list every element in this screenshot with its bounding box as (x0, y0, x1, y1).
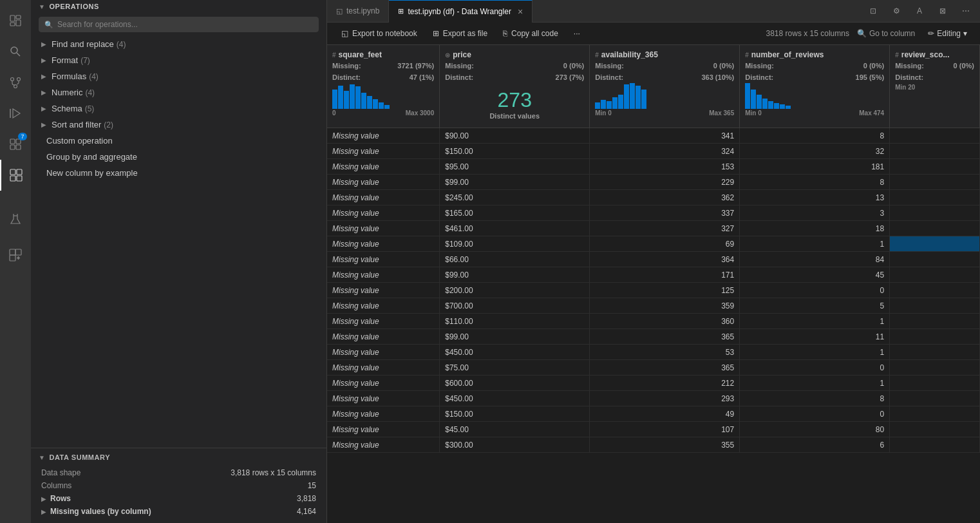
copy-code-btn[interactable]: ⎘ Copy all code (496, 26, 565, 41)
table-cell: 212 (590, 376, 740, 391)
svg-line-5 (17, 53, 20, 56)
data-grid-container[interactable]: # square_feet Missing: 3721 (97%) Distin… (327, 45, 980, 523)
price-distinct-display: 273 Distinct values (445, 83, 584, 125)
table-row: Missing value$75.003650 (327, 360, 980, 376)
activity-bar-run[interactable] (0, 98, 31, 129)
activity-bar-search[interactable] (0, 36, 31, 67)
col-header-price[interactable]: ⊛ price Missing: 0 (0%) Distinct: (440, 45, 590, 128)
svg-rect-13 (10, 139, 15, 144)
rscore-missing-val: 0 (0%) (954, 61, 974, 72)
search-input[interactable] (57, 20, 313, 29)
activity-bar-new-data[interactable] (0, 240, 31, 271)
table-cell: 8 (740, 391, 890, 406)
columns-row: Columns 15 (31, 479, 326, 492)
activity-bar-source-control[interactable] (0, 67, 31, 98)
table-cell: $99.00 (440, 267, 590, 283)
table-row: Missing value$66.0036484 (327, 252, 980, 267)
op-group-schema[interactable]: ▶ Schema (5) (31, 100, 326, 117)
missing-values-expandable[interactable]: ▶ Missing values (by column) 4,164 (31, 505, 326, 518)
table-cell (890, 144, 980, 159)
activity-bar: 7 (0, 0, 31, 523)
reviews-min: Min 0 (745, 109, 762, 117)
data-summary-header[interactable]: ▼ DATA SUMMARY (31, 448, 326, 466)
tab-action-btn-1[interactable]: ⊡ (864, 2, 882, 20)
reviews-type-icon: # (745, 52, 749, 59)
chart-bar (768, 101, 773, 109)
op-group-formulas[interactable]: ▶ Formulas (4) (31, 68, 326, 84)
table-cell: $200.00 (440, 283, 590, 298)
table-cell: $99.00 (440, 175, 590, 190)
square-feet-max: Max 3000 (406, 109, 434, 117)
tab-action-btn-3[interactable]: A (910, 2, 928, 20)
svg-rect-2 (16, 20, 21, 26)
find-replace-count: (4) (117, 40, 126, 49)
square-feet-missing-label: Missing: (332, 61, 361, 72)
more-btn[interactable]: ··· (567, 26, 587, 41)
op-custom-operation[interactable]: Custom operation (31, 133, 326, 149)
square-feet-distinct-label: Distinct: (332, 72, 361, 84)
formulas-chevron: ▶ (41, 73, 46, 80)
table-row: Missing value$245.0036213 (327, 190, 980, 205)
svg-point-6 (11, 78, 14, 81)
col-header-num-reviews[interactable]: # number_of_reviews Missing: 0 (0%) Dist… (740, 45, 890, 128)
chart-bar (361, 93, 366, 109)
table-cell: $110.00 (440, 314, 590, 329)
table-cell: 5 (740, 298, 890, 314)
table-cell: Missing value (327, 159, 440, 175)
op-group-by-agg[interactable]: Group by and aggregate (31, 149, 326, 165)
missing-chevron: ▶ (41, 508, 46, 515)
data-summary-chevron: ▼ (39, 454, 45, 461)
operations-section-header[interactable]: ▼ OPERATIONS (31, 0, 326, 13)
export-notebook-btn[interactable]: ◱ Export to notebook (335, 26, 424, 41)
price-distinct-number: 273 (498, 88, 532, 112)
tab-action-btn-2[interactable]: ⚙ (887, 2, 905, 20)
tab-action-btn-5[interactable]: ⋯ (957, 2, 975, 20)
activity-bar-extensions[interactable]: 7 (0, 129, 31, 160)
table-cell: Missing value (327, 128, 440, 144)
table-cell: Missing value (327, 283, 440, 298)
export-file-btn[interactable]: ⊞ Export as file (426, 26, 494, 41)
col-header-square-feet[interactable]: # square_feet Missing: 3721 (97%) Distin… (327, 45, 440, 128)
col-header-availability[interactable]: # availability_365 Missing: 0 (0%) Disti… (590, 45, 740, 128)
table-cell: $75.00 (440, 360, 590, 376)
table-cell: 0 (740, 283, 890, 298)
find-replace-chevron: ▶ (41, 41, 46, 48)
tab-test-ipynb[interactable]: ◱ test.ipynb (327, 0, 389, 23)
table-row: Missing value$150.00490 (327, 406, 980, 422)
op-group-format[interactable]: ▶ Format (7) (31, 52, 326, 68)
tab-df-close[interactable]: × (518, 6, 523, 17)
chart-bar (757, 95, 762, 109)
table-cell (890, 422, 980, 437)
table-cell: 13 (740, 190, 890, 205)
op-group-sort-filter[interactable]: ▶ Sort and filter (2) (31, 117, 326, 133)
price-type-icon: ⊛ (445, 52, 450, 59)
price-missing-val: 0 (0%) (563, 61, 584, 72)
chart-bar (641, 90, 646, 109)
table-cell: Missing value (327, 144, 440, 159)
rows-expandable[interactable]: ▶ Rows 3,818 (31, 492, 326, 505)
table-row: Missing value$99.0036511 (327, 329, 980, 345)
reviews-missing-label: Missing: (745, 61, 774, 72)
table-cell (890, 360, 980, 376)
go-to-column-btn[interactable]: 🔍 Go to column (857, 29, 915, 38)
svg-line-10 (17, 83, 19, 84)
table-cell: $90.00 (440, 128, 590, 144)
op-new-column[interactable]: New column by example (31, 165, 326, 181)
editing-btn[interactable]: ✏ Editing ▾ (923, 26, 972, 41)
activity-bar-explorer[interactable] (0, 5, 31, 36)
activity-bar-data-wrangler[interactable] (0, 160, 31, 191)
tab-action-btn-4[interactable]: ⊠ (934, 2, 952, 20)
chart-bar (636, 86, 641, 109)
op-group-find-replace[interactable]: ▶ Find and replace (4) (31, 36, 326, 52)
table-row: Missing value$700.003595 (327, 298, 980, 314)
activity-bar-test[interactable] (0, 204, 31, 234)
table-cell: 359 (590, 298, 740, 314)
op-group-numeric[interactable]: ▶ Numeric (4) (31, 84, 326, 100)
table-row: Missing value$165.003373 (327, 205, 980, 221)
chart-bar (595, 102, 600, 109)
table-cell: 181 (740, 159, 890, 175)
tab-test-df[interactable]: ⊞ test.ipynb (df) - Data Wrangler × (389, 0, 532, 23)
col-header-review-score[interactable]: # review_sco... Missing: 0 (0%) Distinct… (890, 45, 980, 128)
chart-bar (601, 100, 606, 109)
rscore-type-icon: # (895, 52, 899, 59)
